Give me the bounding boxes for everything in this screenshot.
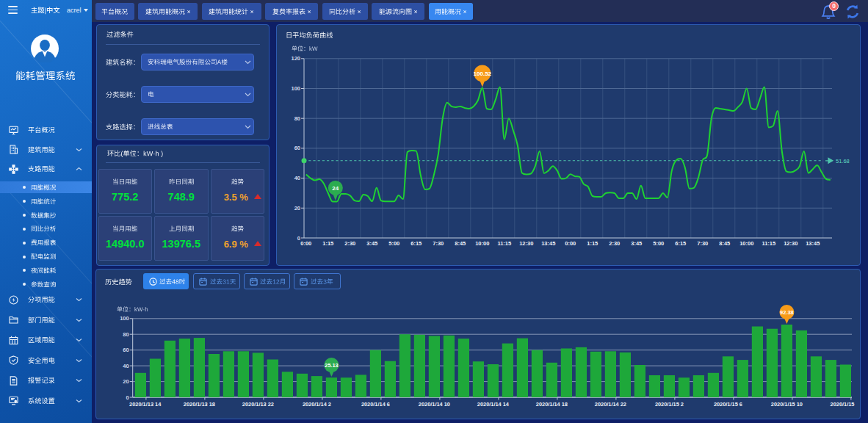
svg-text:11:15: 11:15 (762, 240, 775, 247)
svg-text:2020/1/14 18: 2020/1/14 18 (536, 401, 568, 408)
svg-text:10:00: 10:00 (475, 240, 489, 247)
svg-text:0:00: 0:00 (565, 240, 576, 247)
svg-text:100: 100 (291, 85, 300, 92)
svg-text:1:15: 1:15 (322, 240, 333, 247)
svg-text:2020/1/15 6: 2020/1/15 6 (714, 401, 742, 408)
svg-text:2020/1/14 14: 2020/1/14 14 (477, 401, 510, 408)
svg-text:11:15: 11:15 (497, 240, 511, 247)
svg-text:2020/1/15 10: 2020/1/15 10 (771, 401, 803, 408)
svg-text:6:15: 6:15 (411, 240, 422, 247)
svg-text:2020/1/14 22: 2020/1/14 22 (595, 401, 626, 408)
svg-text:80: 80 (123, 331, 129, 338)
svg-text:60: 60 (123, 347, 129, 353)
svg-text:80: 80 (294, 115, 300, 122)
svg-text:40: 40 (294, 175, 300, 181)
svg-text:20: 20 (123, 378, 129, 385)
svg-text:1:15: 1:15 (587, 240, 598, 247)
svg-text:3:45: 3:45 (366, 240, 377, 247)
svg-text:0:00: 0:00 (300, 240, 311, 247)
svg-text:2020/1/15 2: 2020/1/15 2 (655, 401, 684, 408)
svg-text:0: 0 (126, 394, 129, 401)
svg-text:92.38: 92.38 (780, 309, 794, 316)
svg-text:60: 60 (294, 145, 300, 151)
svg-text:2020/1/15: 2020/1/15 (831, 401, 855, 408)
svg-text:2020/1/13 22: 2020/1/13 22 (242, 401, 274, 408)
svg-text:2020/1/13 14: 2020/1/13 14 (129, 401, 162, 408)
svg-text:12:30: 12:30 (784, 240, 798, 247)
svg-text:7:30: 7:30 (697, 240, 708, 247)
svg-text:2020/1/14 6: 2020/1/14 6 (361, 401, 390, 408)
svg-text:8:45: 8:45 (455, 240, 466, 247)
svg-text:25.13: 25.13 (325, 362, 339, 369)
svg-text:2020/1/14 10: 2020/1/14 10 (419, 401, 450, 408)
svg-text:2020/1/14 2: 2020/1/14 2 (303, 401, 331, 408)
svg-text:13:45: 13:45 (541, 240, 555, 247)
svg-text:100: 100 (120, 315, 129, 322)
svg-text:3:45: 3:45 (631, 240, 642, 247)
svg-text:2:30: 2:30 (609, 240, 620, 247)
svg-text:51.68: 51.68 (836, 158, 850, 164)
svg-text:40: 40 (123, 363, 129, 369)
svg-text:24: 24 (332, 185, 339, 192)
svg-text:10:00: 10:00 (739, 240, 753, 247)
svg-text:13:45: 13:45 (806, 240, 820, 247)
svg-text:100.52: 100.52 (474, 70, 492, 77)
svg-text:2020/1/13 18: 2020/1/13 18 (184, 401, 215, 408)
svg-text:5:00: 5:00 (653, 240, 664, 247)
svg-text:7:30: 7:30 (433, 240, 444, 247)
svg-text:5:00: 5:00 (388, 240, 399, 247)
svg-text:12:30: 12:30 (519, 240, 533, 247)
svg-text:6:15: 6:15 (675, 240, 686, 247)
svg-text:20: 20 (294, 205, 300, 212)
svg-text:120: 120 (291, 55, 300, 62)
svg-text:8:45: 8:45 (719, 240, 730, 247)
svg-text:2:30: 2:30 (344, 240, 355, 247)
